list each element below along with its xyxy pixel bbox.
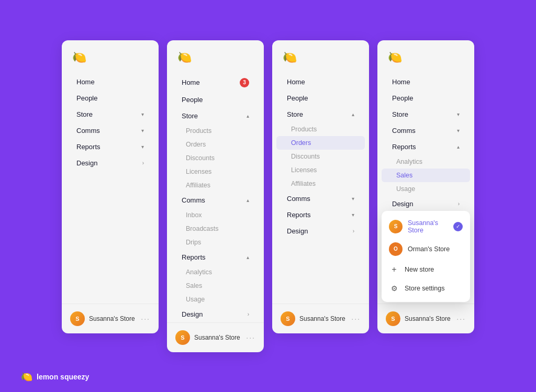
nav-store-4[interactable]: Store ▾ bbox=[382, 106, 470, 122]
sub-discounts-3[interactable]: Discounts bbox=[276, 150, 365, 163]
check-icon: ✓ bbox=[453, 222, 463, 231]
chevron-design-4: › bbox=[458, 201, 460, 207]
panel-2: 🍋 Home 3 People Store ▴ Products Orders … bbox=[167, 40, 264, 352]
dropdown-avatar-orman: O bbox=[389, 242, 403, 256]
nav-comms-2[interactable]: Comms ▴ bbox=[171, 192, 260, 208]
nav-home-1[interactable]: Home bbox=[66, 74, 154, 90]
sub-usage-2[interactable]: Usage bbox=[171, 293, 260, 306]
sub-orders-2[interactable]: Orders bbox=[171, 138, 260, 151]
logo-icon-2: 🍋 bbox=[177, 51, 192, 64]
panel-3-logo: 🍋 bbox=[272, 51, 369, 74]
nav-reports-3[interactable]: Reports ▾ bbox=[276, 207, 365, 223]
panel-1-footer: S Susanna's Store ··· bbox=[62, 304, 159, 333]
gear-icon: ⚙ bbox=[389, 283, 399, 294]
footer-left-3: S Susanna's Store bbox=[281, 311, 345, 326]
avatar-1: S bbox=[70, 311, 85, 326]
nav-people-1[interactable]: People bbox=[66, 90, 154, 106]
chevron-comms-3: ▾ bbox=[352, 196, 354, 201]
chevron-reports-4: ▴ bbox=[457, 144, 460, 150]
nav-reports-4[interactable]: Reports ▴ bbox=[382, 139, 470, 155]
sub-orders-3[interactable]: Orders bbox=[276, 136, 365, 150]
chevron-design-3: › bbox=[353, 228, 354, 234]
store-name-2: Susanna's Store bbox=[194, 334, 240, 341]
bottom-brand: 🍋 lemon squeezy bbox=[21, 371, 89, 383]
nav-home-3[interactable]: Home bbox=[276, 74, 365, 90]
nav-home-4[interactable]: Home bbox=[382, 74, 470, 90]
sub-licenses-3[interactable]: Licenses bbox=[276, 163, 365, 177]
footer-dots-3[interactable]: ··· bbox=[351, 315, 361, 323]
chevron-design-1: › bbox=[142, 160, 144, 166]
footer-dots-2[interactable]: ··· bbox=[246, 333, 255, 342]
panel-4-logo: 🍋 bbox=[377, 51, 474, 74]
chevron-store-2: ▴ bbox=[247, 113, 249, 119]
nav-people-2[interactable]: People bbox=[171, 92, 260, 108]
chevron-store-1: ▾ bbox=[141, 111, 144, 117]
nav-people-3[interactable]: People bbox=[276, 90, 365, 106]
chevron-reports-1: ▾ bbox=[141, 144, 144, 150]
nav-people-4[interactable]: People bbox=[382, 90, 470, 106]
dropdown-store-settings[interactable]: ⚙ Store settings bbox=[382, 279, 470, 298]
panels-container: 🍋 Home People Store ▾ Comms ▾ Reports ▾ … bbox=[41, 19, 495, 373]
chevron-comms-1: ▾ bbox=[141, 128, 144, 133]
store-name-1: Susanna's Store bbox=[89, 315, 135, 322]
chevron-store-4: ▾ bbox=[457, 111, 460, 117]
store-name-3: Susanna's Store bbox=[299, 315, 345, 322]
dropdown-store-label-susanna: Susanna's Store bbox=[408, 219, 448, 234]
dropdown-store-label-orman: Orman's Store bbox=[408, 245, 463, 253]
panel-2-footer: S Susanna's Store ··· bbox=[167, 322, 264, 352]
nav-design-2[interactable]: Design › bbox=[171, 306, 260, 322]
nav-reports-1[interactable]: Reports ▾ bbox=[66, 139, 154, 155]
sub-analytics-2[interactable]: Analytics bbox=[171, 265, 260, 279]
dropdown-settings-label: Store settings bbox=[405, 285, 463, 292]
panel-1-logo: 🍋 bbox=[62, 51, 159, 74]
sub-drips-2[interactable]: Drips bbox=[171, 236, 260, 249]
sub-products-3[interactable]: Products bbox=[276, 122, 365, 136]
chevron-reports-2: ▴ bbox=[247, 254, 249, 260]
brand-lemon-icon: 🍋 bbox=[21, 371, 32, 383]
nav-comms-3[interactable]: Comms ▾ bbox=[276, 191, 365, 207]
nav-design-3[interactable]: Design › bbox=[276, 223, 365, 239]
panel-2-logo: 🍋 bbox=[167, 51, 264, 74]
sub-licenses-2[interactable]: Licenses bbox=[171, 165, 260, 178]
footer-dots-1[interactable]: ··· bbox=[141, 315, 150, 323]
sub-affiliates-2[interactable]: Affiliates bbox=[171, 178, 260, 192]
logo-icon-3: 🍋 bbox=[283, 51, 297, 64]
dropdown-ormans-store[interactable]: O Orman's Store bbox=[382, 238, 470, 260]
chevron-reports-3: ▾ bbox=[352, 212, 354, 218]
dropdown-new-store-label: New store bbox=[405, 266, 463, 273]
sub-sales-4[interactable]: Sales bbox=[382, 169, 470, 182]
store-dropdown: S Susanna's Store ✓ O Orman's Store + Ne… bbox=[382, 211, 470, 302]
footer-left-4: S Susanna's Store bbox=[386, 311, 451, 326]
store-name-4: Susanna's Store bbox=[405, 315, 451, 322]
sub-broadcasts-2[interactable]: Broadcasts bbox=[171, 222, 260, 236]
nav-reports-2[interactable]: Reports ▴ bbox=[171, 249, 260, 265]
nav-store-2[interactable]: Store ▴ bbox=[171, 108, 260, 124]
chevron-comms-4: ▾ bbox=[457, 128, 460, 133]
sub-affiliates-3[interactable]: Affiliates bbox=[276, 177, 365, 191]
nav-design-1[interactable]: Design › bbox=[66, 155, 154, 171]
sub-discounts-2[interactable]: Discounts bbox=[171, 151, 260, 165]
footer-dots-4[interactable]: ··· bbox=[456, 315, 466, 323]
sub-inbox-2[interactable]: Inbox bbox=[171, 208, 260, 222]
nav-design-4[interactable]: Design › bbox=[382, 196, 470, 212]
dropdown-new-store[interactable]: + New store bbox=[382, 260, 470, 279]
nav-store-1[interactable]: Store ▾ bbox=[66, 106, 154, 122]
sub-products-2[interactable]: Products bbox=[171, 124, 260, 138]
footer-left-1: S Susanna's Store bbox=[70, 311, 135, 326]
sub-sales-2[interactable]: Sales bbox=[171, 279, 260, 293]
plus-icon: + bbox=[389, 264, 399, 275]
chevron-comms-2: ▴ bbox=[247, 197, 249, 203]
panel-4: 🍋 Home People Store ▾ Comms ▾ Reports ▴ … bbox=[377, 40, 474, 333]
nav-store-3[interactable]: Store ▴ bbox=[276, 106, 365, 122]
nav-comms-4[interactable]: Comms ▾ bbox=[382, 122, 470, 139]
home-badge-2: 3 bbox=[240, 78, 249, 87]
sub-usage-4[interactable]: Usage bbox=[382, 182, 470, 196]
avatar-4: S bbox=[386, 311, 400, 326]
nav-home-2[interactable]: Home 3 bbox=[171, 74, 260, 92]
panel-1: 🍋 Home People Store ▾ Comms ▾ Reports ▾ … bbox=[62, 40, 159, 333]
dropdown-susannas-store[interactable]: S Susanna's Store ✓ bbox=[382, 215, 470, 238]
nav-comms-1[interactable]: Comms ▾ bbox=[66, 122, 154, 139]
logo-icon-1: 🍋 bbox=[72, 51, 86, 64]
footer-left-2: S Susanna's Store bbox=[175, 330, 240, 345]
sub-analytics-4[interactable]: Analytics bbox=[382, 155, 470, 169]
